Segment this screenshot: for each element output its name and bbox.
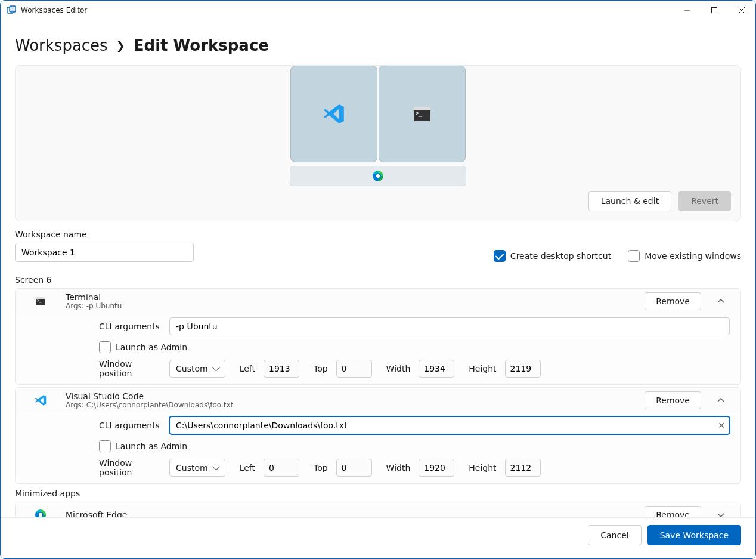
window-position-label: Window position: [99, 458, 161, 477]
app-header-edge[interactable]: Microsoft Edge Remove: [16, 502, 740, 517]
top-label: Top: [314, 364, 328, 373]
create-shortcut-option[interactable]: Create desktop shortcut: [494, 250, 611, 262]
collapse-toggle[interactable]: [712, 292, 730, 310]
window-controls: [673, 1, 755, 20]
top-label: Top: [314, 463, 328, 472]
left-label: Left: [240, 463, 255, 472]
app-header-terminal[interactable]: Terminal Args: -p Ubuntu Remove: [16, 289, 740, 314]
top-input[interactable]: [336, 459, 372, 477]
app-body-vscode: CLI arguments ✕ Launch as Admin Window p…: [16, 413, 740, 483]
top-input[interactable]: [336, 360, 372, 378]
app-title: Microsoft Edge: [66, 510, 634, 517]
height-input[interactable]: [505, 360, 541, 378]
terminal-icon: [414, 107, 430, 121]
preview-tile-terminal[interactable]: [379, 66, 466, 162]
launch-admin-checkbox[interactable]: [99, 440, 111, 452]
app-window: Workspaces Editor Workspaces ❯ Edit Work…: [0, 0, 756, 559]
position-mode-select[interactable]: Custom: [169, 459, 225, 477]
collapse-toggle[interactable]: [712, 391, 730, 409]
height-label: Height: [469, 463, 496, 472]
cli-args-input[interactable]: [169, 317, 730, 335]
remove-button[interactable]: Remove: [645, 506, 701, 517]
chevron-up-icon: [717, 298, 724, 305]
chevron-right-icon: ❯: [116, 39, 125, 52]
close-button[interactable]: [728, 1, 755, 20]
width-input[interactable]: [419, 360, 454, 378]
svg-rect-1: [10, 6, 16, 12]
breadcrumb: Workspaces ❯ Edit Workspace: [1, 20, 755, 65]
edge-icon: [26, 509, 55, 517]
terminal-icon: [26, 297, 55, 305]
height-label: Height: [469, 364, 496, 373]
app-card-terminal: Terminal Args: -p Ubuntu Remove CLI argu…: [15, 288, 741, 385]
remove-button[interactable]: Remove: [645, 292, 701, 310]
window-position-label: Window position: [99, 359, 161, 378]
app-card-edge: Microsoft Edge Remove: [15, 502, 741, 517]
svg-rect-3: [712, 8, 717, 13]
left-label: Left: [240, 364, 255, 373]
breadcrumb-current: Edit Workspace: [134, 36, 269, 54]
workspace-name-input[interactable]: [15, 243, 194, 262]
app-title: Terminal: [66, 292, 634, 302]
cli-args-input[interactable]: [169, 416, 730, 434]
left-input[interactable]: [264, 459, 299, 477]
launch-admin-label: Launch as Admin: [116, 342, 187, 352]
create-shortcut-label: Create desktop shortcut: [510, 251, 611, 261]
launch-edit-button[interactable]: Launch & edit: [588, 191, 671, 211]
titlebar-title: Workspaces Editor: [21, 6, 87, 14]
preview-tile-vscode[interactable]: [290, 66, 377, 162]
preview-tiles: [290, 66, 466, 162]
cancel-button[interactable]: Cancel: [588, 525, 641, 545]
cli-args-label: CLI arguments: [99, 322, 161, 331]
width-label: Width: [386, 364, 411, 373]
app-subtitle: Args: -p Ubuntu: [66, 302, 634, 310]
launch-admin-option[interactable]: Launch as Admin: [99, 440, 730, 452]
vscode-icon: [322, 102, 346, 126]
revert-button: Revert: [678, 191, 731, 211]
width-input[interactable]: [419, 459, 454, 477]
launch-admin-label: Launch as Admin: [116, 441, 187, 451]
app-header-vscode[interactable]: Visual Studio Code Args: C;\Users\connor…: [16, 388, 740, 413]
minimize-button[interactable]: [673, 1, 701, 20]
workspace-name-label: Workspace name: [15, 230, 741, 239]
left-input[interactable]: [264, 360, 299, 378]
preview-taskbar[interactable]: [290, 166, 466, 186]
edge-icon: [373, 171, 383, 181]
remove-button[interactable]: Remove: [645, 391, 701, 409]
chevron-up-icon: [717, 397, 724, 404]
app-body-terminal: CLI arguments Launch as Admin Window pos…: [16, 314, 740, 384]
launch-admin-option[interactable]: Launch as Admin: [99, 341, 730, 353]
vscode-icon: [26, 394, 55, 407]
launch-admin-checkbox[interactable]: [99, 341, 111, 353]
app-icon: [7, 5, 16, 15]
minimized-section-label: Minimized apps: [15, 489, 741, 498]
app-title: Visual Studio Code: [66, 391, 634, 401]
width-label: Width: [386, 463, 411, 472]
titlebar: Workspaces Editor: [1, 1, 755, 20]
bottom-bar: Cancel Save Workspace: [1, 517, 755, 558]
app-card-vscode: Visual Studio Code Args: C;\Users\connor…: [15, 387, 741, 484]
create-shortcut-checkbox[interactable]: [494, 250, 506, 262]
cli-args-label: CLI arguments: [99, 421, 161, 430]
app-subtitle: Args: C;\Users\connorplante\Downloads\fo…: [66, 401, 634, 409]
screen-section-label: Screen 6: [15, 275, 741, 285]
height-input[interactable]: [505, 459, 541, 477]
position-mode-select[interactable]: Custom: [169, 360, 225, 378]
clear-input-icon[interactable]: ✕: [718, 421, 725, 430]
layout-preview-panel: Launch & edit Revert: [15, 65, 741, 221]
breadcrumb-root[interactable]: Workspaces: [15, 36, 108, 54]
expand-toggle[interactable]: [712, 506, 730, 517]
move-existing-option[interactable]: Move existing windows: [628, 250, 741, 262]
save-workspace-button[interactable]: Save Workspace: [647, 525, 741, 545]
maximize-button[interactable]: [701, 1, 728, 20]
move-existing-label: Move existing windows: [645, 251, 741, 261]
chevron-down-icon: [717, 511, 724, 517]
move-existing-checkbox[interactable]: [628, 250, 640, 262]
